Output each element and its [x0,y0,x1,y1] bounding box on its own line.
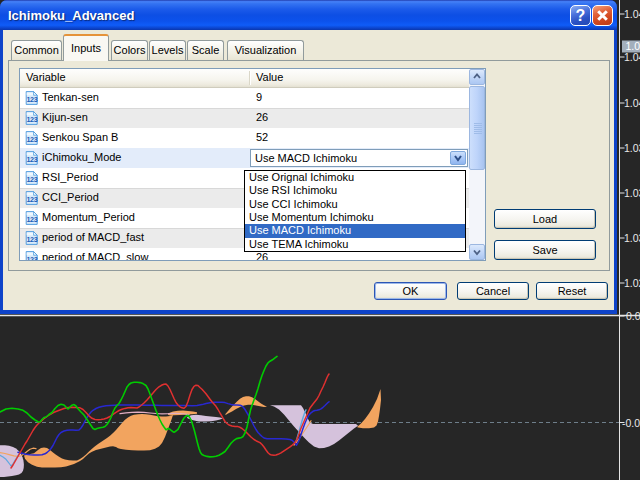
svg-text:-0.0002: -0.0002 [622,417,640,429]
svg-text:123: 123 [26,95,37,104]
svg-text:123: 123 [26,115,37,124]
svg-text:123: 123 [26,195,37,204]
svg-text:0.0069: 0.0069 [626,310,640,322]
svg-text:1.0480: 1.0480 [624,8,640,20]
svg-text:123: 123 [26,235,37,244]
svg-text:1.0290: 1.0290 [624,277,640,289]
svg-text:1.0468: 1.0468 [626,40,640,52]
svg-text:1.0390: 1.0390 [624,142,640,154]
svg-text:1.0365: 1.0365 [624,187,640,199]
svg-text:123: 123 [26,215,37,224]
svg-text:1.0440: 1.0440 [624,97,640,109]
svg-text:123: 123 [26,155,37,164]
svg-text:123: 123 [26,175,37,184]
svg-text:1.0340: 1.0340 [624,232,640,244]
svg-text:123: 123 [26,135,37,144]
svg-text:123: 123 [26,255,37,261]
